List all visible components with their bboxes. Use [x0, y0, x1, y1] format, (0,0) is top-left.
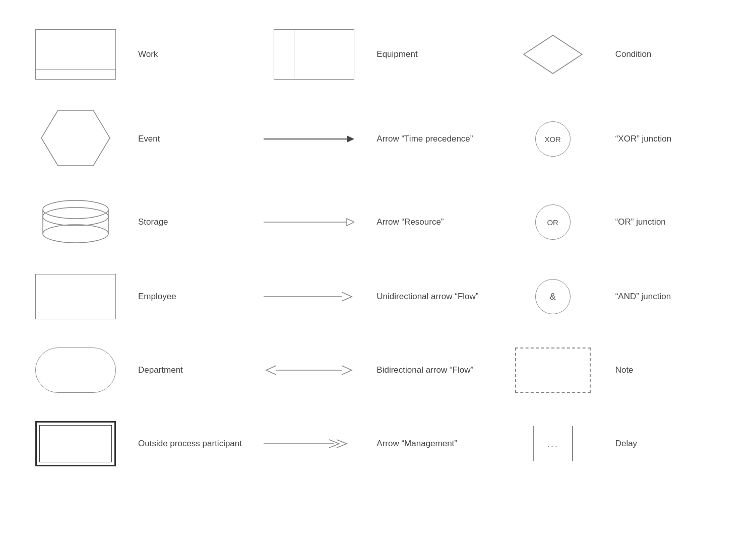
svg-point-7	[43, 225, 108, 243]
symbol-arrow-flow-bi	[264, 363, 364, 378]
label-employee: Employee	[138, 292, 176, 302]
delay-label: ...	[547, 438, 558, 450]
label-equipment: Equipment	[376, 49, 417, 59]
svg-point-4	[43, 200, 108, 219]
symbol-xor: XOR	[502, 121, 603, 157]
svg-point-8	[43, 207, 108, 226]
svg-marker-3	[347, 135, 354, 143]
equipment-divider	[274, 30, 294, 79]
label-note: Note	[615, 365, 634, 375]
label-arrow-time: Arrow “Time precedence”	[376, 134, 473, 144]
condition-svg	[523, 34, 583, 75]
symbol-delay: ...	[502, 426, 603, 461]
symbol-work	[25, 29, 126, 80]
shape-outside	[35, 421, 116, 466]
arrow-flow-bi-container	[264, 363, 364, 378]
label-and: “AND” junction	[615, 292, 671, 302]
shape-or: OR	[535, 204, 571, 240]
legend-item-storage: Storage	[20, 184, 259, 260]
legend-item-delay: ... Delay	[497, 407, 736, 480]
label-delay: Delay	[615, 439, 637, 449]
symbol-or: OR	[502, 204, 603, 240]
shape-and: &	[535, 279, 571, 314]
legend-item-and: & “AND” junction	[497, 260, 736, 333]
symbol-equipment	[264, 29, 364, 80]
shape-storage	[40, 198, 111, 246]
label-xor: “XOR” junction	[615, 134, 671, 144]
or-label: OR	[547, 218, 558, 227]
arrow-resource-container	[264, 215, 364, 230]
arrow-time-container	[264, 131, 364, 147]
legend-item-equipment: Equipment	[259, 15, 497, 94]
legend-item-arrow-flow-uni: Unidirectional arrow “Flow”	[259, 260, 497, 333]
symbol-event	[25, 108, 126, 170]
arrow-flow-bi-svg	[264, 363, 354, 378]
arrow-flow-uni-container	[264, 289, 364, 304]
label-storage: Storage	[138, 217, 168, 227]
arrow-flow-uni-svg	[264, 289, 354, 304]
symbol-note	[502, 348, 603, 393]
symbol-condition	[502, 34, 603, 75]
symbol-arrow-time	[264, 131, 364, 147]
legend-item-department: Department	[20, 333, 259, 407]
symbol-arrow-resource	[264, 215, 364, 230]
legend-item-or: OR “OR” junction	[497, 184, 736, 260]
symbol-outside	[25, 421, 126, 466]
legend-item-outside: Outside process participant	[20, 407, 259, 480]
legend-item-event: Event	[20, 94, 259, 184]
label-or: “OR” junction	[615, 217, 666, 227]
symbol-storage	[25, 198, 126, 246]
shape-note	[515, 348, 591, 393]
shape-delay: ...	[533, 426, 573, 461]
arrow-management-container	[264, 436, 364, 451]
label-arrow-resource: Arrow “Resource”	[376, 217, 444, 227]
legend-item-xor: XOR “XOR” junction	[497, 94, 736, 184]
legend-item-arrow-flow-bi: Bidirectional arrow “Flow”	[259, 333, 497, 407]
arrow-resource-svg	[264, 215, 354, 230]
label-condition: Condition	[615, 49, 652, 59]
legend-item-condition: Condition	[497, 15, 736, 94]
arrow-time-svg	[264, 131, 354, 147]
svg-marker-1	[41, 110, 110, 166]
arrow-management-svg	[264, 436, 354, 451]
label-arrow-flow-bi: Bidirectional arrow “Flow”	[376, 365, 473, 375]
label-outside: Outside process participant	[138, 439, 242, 449]
and-label: &	[550, 292, 556, 302]
label-event: Event	[138, 134, 160, 144]
legend-item-note: Note	[497, 333, 736, 407]
symbol-employee	[25, 274, 126, 319]
label-arrow-management: Arrow “Management”	[376, 439, 457, 449]
svg-marker-10	[347, 219, 354, 226]
shape-work	[35, 29, 116, 80]
legend-item-arrow-management: Arrow “Management”	[259, 407, 497, 480]
legend-grid: Work Equipment Condition	[0, 0, 756, 496]
label-work: Work	[138, 49, 158, 59]
symbol-arrow-flow-uni	[264, 289, 364, 304]
shape-equipment	[274, 29, 354, 80]
label-department: Department	[138, 365, 183, 375]
legend-item-work: Work	[20, 15, 259, 94]
symbol-arrow-management	[264, 436, 364, 451]
storage-svg	[40, 198, 111, 244]
shape-condition	[523, 34, 583, 75]
shape-employee	[35, 274, 116, 319]
xor-label: XOR	[544, 135, 561, 144]
event-svg	[40, 108, 111, 168]
legend-item-arrow-resource: Arrow “Resource”	[259, 184, 497, 260]
svg-marker-0	[524, 35, 582, 74]
symbol-department	[25, 348, 126, 393]
label-arrow-flow-uni: Unidirectional arrow “Flow”	[376, 292, 478, 302]
shape-xor: XOR	[535, 121, 571, 157]
shape-event	[40, 108, 111, 170]
symbol-and: &	[502, 279, 603, 314]
legend-item-employee: Employee	[20, 260, 259, 333]
shape-department	[35, 348, 116, 393]
legend-item-arrow-time: Arrow “Time precedence”	[259, 94, 497, 184]
